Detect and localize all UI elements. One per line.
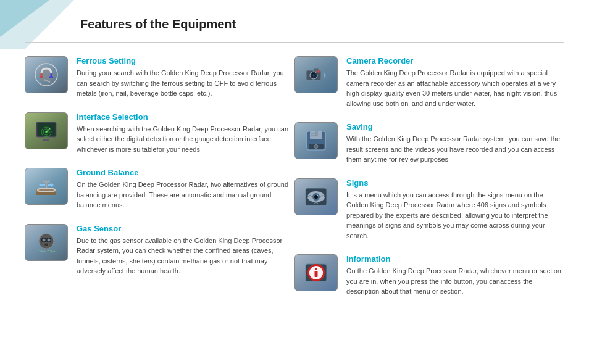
svg-point-41 <box>314 145 318 149</box>
camera-text: Camera Recorder The Golden King Deep Pro… <box>346 56 564 109</box>
ferrous-svg <box>33 61 60 88</box>
info-svg <box>303 259 330 286</box>
signs-title: Signs <box>346 178 564 188</box>
ferrous-desc: During your search with the Golden King … <box>77 68 294 99</box>
gas-icon <box>25 224 68 261</box>
signs-desc: It is a menu which you can access throug… <box>346 190 564 241</box>
svg-rect-54 <box>315 271 318 277</box>
gas-title: Gas Sensor <box>77 224 294 233</box>
feature-signs: Signs It is a menu which you can access … <box>294 175 564 245</box>
saving-icon <box>294 122 338 159</box>
svg-point-49 <box>317 194 318 196</box>
gas-text: Gas Sensor Due to the gas sensor availab… <box>77 224 294 276</box>
ferrous-title: Ferrous Setting <box>77 56 294 65</box>
interface-icon <box>25 112 68 149</box>
signs-text: Signs It is a menu which you can access … <box>346 178 564 241</box>
left-column: Ferrous Setting During your search with … <box>25 52 294 352</box>
signs-svg <box>303 183 330 210</box>
svg-point-37 <box>317 70 320 73</box>
svg-point-28 <box>48 238 51 241</box>
interface-text: Interface Selection When searching with … <box>77 112 294 155</box>
page-title: Features of the Equipment <box>80 17 236 31</box>
signs-icon <box>294 178 338 215</box>
feature-interface: Interface Selection When searching with … <box>25 109 294 159</box>
interface-title: Interface Selection <box>77 112 294 122</box>
saving-svg <box>303 127 330 154</box>
divider <box>25 42 564 43</box>
saving-text: Saving With the Golden King Deep Process… <box>346 122 564 165</box>
svg-marker-36 <box>324 72 326 79</box>
gas-desc: Due to the gas sensor available on the G… <box>77 236 294 276</box>
svg-rect-29 <box>44 243 48 246</box>
ground-text: Ground Balance On the Golden King Deep P… <box>77 168 294 210</box>
camera-icon <box>294 56 338 93</box>
camera-title: Camera Recorder <box>346 56 564 65</box>
gas-svg <box>33 229 60 256</box>
ferrous-icon <box>25 56 68 93</box>
feature-camera: Camera Recorder The Golden King Deep Pro… <box>294 52 564 112</box>
ground-title: Ground Balance <box>77 168 294 177</box>
feature-ground: Ground Balance On the Golden King Deep P… <box>25 164 294 214</box>
camera-svg <box>303 61 330 88</box>
feature-information: Information On the Golden King Deep Proc… <box>294 250 564 300</box>
content-area: Ferrous Setting During your search with … <box>25 52 564 352</box>
svg-point-27 <box>43 238 46 241</box>
feature-ferrous: Ferrous Setting During your search with … <box>25 52 294 102</box>
information-desc: On the Golden King Deep Processor Radar,… <box>346 266 564 297</box>
ground-desc: On the Golden King Deep Processor Radar,… <box>77 180 294 210</box>
ground-icon <box>25 168 68 205</box>
feature-saving: Saving With the Golden King Deep Process… <box>294 118 564 168</box>
saving-title: Saving <box>346 122 564 131</box>
saving-desc: With the Golden King Deep Processor Rada… <box>346 134 564 165</box>
svg-point-53 <box>315 268 317 270</box>
interface-svg <box>33 117 60 144</box>
svg-point-34 <box>313 75 315 77</box>
ground-svg <box>33 173 60 200</box>
interface-desc: When searching with the Golden King Deep… <box>77 124 294 155</box>
right-column: Camera Recorder The Golden King Deep Pro… <box>294 52 564 352</box>
information-text: Information On the Golden King Deep Proc… <box>346 254 564 297</box>
camera-desc: The Golden King Deep Processor Radar is … <box>346 68 564 109</box>
info-icon <box>294 254 338 291</box>
ferrous-text: Ferrous Setting During your search with … <box>77 56 294 99</box>
feature-gas: Gas Sensor Due to the gas sensor availab… <box>25 220 294 280</box>
information-title: Information <box>346 254 564 263</box>
